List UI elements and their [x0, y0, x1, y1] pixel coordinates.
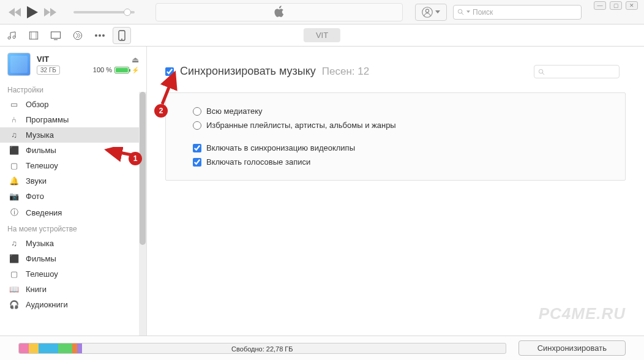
- song-count: Песен: 12: [322, 66, 369, 78]
- main-panel: Синхронизировать музыку Песен: 12 Всю ме…: [147, 47, 644, 336]
- music-icon: ♫: [9, 239, 20, 248]
- sidebar-ondevice-movies[interactable]: ⬛Фильмы: [0, 251, 146, 266]
- sidebar-item-apps[interactable]: ⑃Программы: [0, 112, 146, 127]
- window-controls: — ▢ ✕: [588, 1, 644, 10]
- svg-rect-9: [51, 32, 61, 39]
- sidebar-item-movies[interactable]: ⬛Фильмы: [0, 143, 146, 158]
- svg-point-11: [73, 31, 81, 39]
- check-include-voice[interactable]: Включать голосовые записи: [181, 155, 610, 169]
- sidebar-scrollbar[interactable]: [139, 92, 146, 336]
- device-button[interactable]: [113, 27, 131, 44]
- music-icon: ♫: [9, 130, 20, 140]
- storage-bar[interactable]: Свободно: 22,78 ГБ: [18, 343, 506, 354]
- svg-point-2: [458, 9, 462, 13]
- radio-selected-items[interactable]: Избранные плейлисты, артисты, альбомы и …: [181, 118, 610, 132]
- tv-icon: ▢: [9, 269, 20, 279]
- sidebar-ondevice-music[interactable]: ♫Музыка: [0, 236, 146, 251]
- film-icon: ⬛: [9, 254, 20, 263]
- nav-center: VIT: [304, 28, 340, 42]
- eject-button[interactable]: ⏏: [93, 55, 139, 64]
- top-bar: Поиск — ▢ ✕: [0, 0, 644, 24]
- device-header: VIT 32 ГБ ⏏ 100 % ⚡: [0, 47, 146, 82]
- svg-point-17: [539, 69, 542, 73]
- sidebar-ondevice-audiobooks[interactable]: 🎧Аудиокниги: [0, 297, 146, 312]
- svg-point-16: [121, 39, 122, 40]
- battery-icon: [114, 67, 129, 73]
- device-thumbnail: [7, 53, 31, 76]
- charging-icon: ⚡: [132, 67, 139, 73]
- tv-icon: ▢: [9, 161, 20, 170]
- device-name-pill[interactable]: VIT: [304, 28, 340, 42]
- content-area: VIT 32 ГБ ⏏ 100 % ⚡ Настройки ▭Обзор ⑃Пр…: [0, 47, 644, 336]
- lcd-display: [155, 3, 403, 21]
- film-icon: ⬛: [9, 146, 20, 155]
- device-name: VIT: [37, 54, 87, 64]
- svg-line-18: [542, 72, 544, 74]
- sidebar-item-music[interactable]: ♫Музыка: [0, 127, 146, 143]
- user-icon: [422, 7, 433, 18]
- play-button[interactable]: [27, 6, 38, 18]
- tv-tab-icon[interactable]: [49, 29, 62, 42]
- nav-bar: VIT: [0, 24, 644, 47]
- apple-logo-icon: [273, 6, 285, 19]
- close-button[interactable]: ✕: [626, 1, 638, 10]
- sidebar-item-overview[interactable]: ▭Обзор: [0, 97, 146, 112]
- svg-point-4: [8, 37, 10, 39]
- library-tabs: [5, 29, 107, 42]
- volume-slider[interactable]: [73, 11, 135, 13]
- radio-entire-library[interactable]: Всю медиатеку: [181, 104, 610, 118]
- panel-search-input[interactable]: [534, 65, 620, 78]
- more-tab-icon[interactable]: [93, 29, 107, 42]
- sidebar: VIT 32 ГБ ⏏ 100 % ⚡ Настройки ▭Обзор ⑃Пр…: [0, 47, 147, 336]
- movies-tab-icon[interactable]: [27, 29, 40, 42]
- camera-icon: 📷: [9, 192, 20, 201]
- sidebar-ondevice-tvshows[interactable]: ▢Телешоу: [0, 266, 146, 282]
- svg-line-3: [462, 13, 463, 15]
- bottom-bar: Свободно: 22,78 ГБ Синхронизировать: [0, 336, 644, 360]
- sync-button[interactable]: Синхронизировать: [519, 340, 626, 356]
- search-input[interactable]: Поиск: [453, 5, 582, 20]
- storage-segment: [39, 343, 58, 353]
- sync-music-checkbox[interactable]: [165, 67, 174, 76]
- svg-point-14: [102, 34, 105, 37]
- previous-button[interactable]: [9, 8, 21, 17]
- search-placeholder: Поиск: [473, 8, 493, 17]
- sidebar-item-photos[interactable]: 📷Фото: [0, 189, 146, 204]
- storage-segment: [58, 343, 73, 353]
- svg-point-12: [95, 34, 97, 37]
- sidebar-item-tones[interactable]: 🔔Звуки: [0, 173, 146, 189]
- apps-icon: ⑃: [9, 115, 20, 124]
- svg-point-5: [13, 36, 15, 38]
- svg-point-13: [99, 34, 101, 37]
- chevron-down-icon: [435, 10, 440, 14]
- storage-free-label: Свободно: 22,78 ГБ: [231, 343, 293, 354]
- svg-point-1: [425, 9, 429, 12]
- sync-options-box: Всю медиатеку Избранные плейлисты, артис…: [165, 92, 626, 181]
- account-button[interactable]: [415, 4, 447, 21]
- chevron-down-icon: [466, 10, 470, 13]
- apps-tab-icon[interactable]: [71, 29, 84, 42]
- playback-controls: [0, 6, 143, 18]
- minimize-button[interactable]: —: [594, 1, 606, 10]
- device-capacity: 32 ГБ: [37, 66, 60, 75]
- next-button[interactable]: [44, 8, 56, 17]
- sidebar-item-tvshows[interactable]: ▢Телешоу: [0, 158, 146, 173]
- storage-segment: [19, 343, 29, 353]
- info-icon: ⓘ: [9, 207, 20, 218]
- battery-percent: 100 %: [93, 66, 112, 73]
- watermark: PC4ME.RU: [539, 304, 626, 323]
- check-include-videos[interactable]: Включать в синхронизацию видеоклипы: [181, 141, 610, 155]
- phone-icon: ▭: [9, 100, 20, 109]
- sidebar-section-ondevice: На моем устройстве: [0, 221, 146, 236]
- bell-icon: 🔔: [9, 176, 20, 186]
- sidebar-item-info[interactable]: ⓘСведения: [0, 204, 146, 221]
- search-icon: [457, 9, 464, 15]
- sidebar-section-settings: Настройки: [0, 82, 146, 97]
- maximize-button[interactable]: ▢: [610, 1, 622, 10]
- storage-segment: [29, 343, 39, 353]
- storage-segment: [77, 343, 82, 353]
- storage-segment: [72, 343, 77, 353]
- music-tab-icon[interactable]: [5, 29, 18, 42]
- sidebar-ondevice-books[interactable]: 📖Книги: [0, 282, 146, 297]
- svg-rect-6: [29, 32, 37, 39]
